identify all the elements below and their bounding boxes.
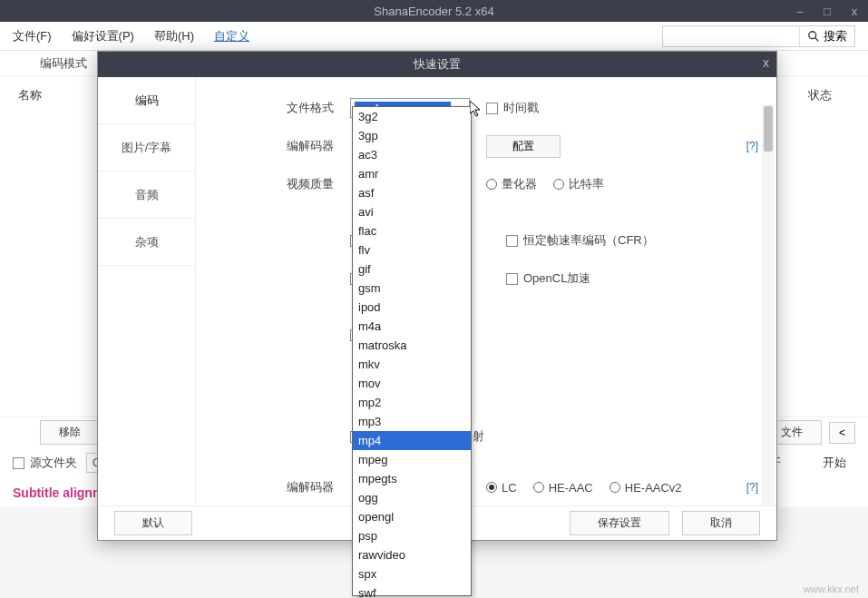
dropdown-item[interactable]: matroska [353,336,471,355]
menu-help[interactable]: 帮助(H) [154,28,194,44]
search-box: 搜索 [662,25,855,47]
window-controls: – □ x [786,0,868,22]
heaac-label: HE-AAC [549,481,593,495]
dropdown-item[interactable]: mp2 [353,393,471,412]
tab-misc[interactable]: 杂项 [98,219,195,266]
dropdown-item[interactable]: mpeg [353,450,471,469]
radio-icon [486,179,497,190]
dialog-content: 文件格式 mp4 ⌄ 时间戳 编解码器 配置 [?] [196,77,776,505]
cfr-label: 恒定帧速率编码（CFR） [523,232,654,249]
dropdown-item[interactable]: flac [353,221,471,240]
svg-line-1 [815,37,819,41]
dropdown-item[interactable]: asf [353,183,471,202]
watermark-url: www.kkx.net [804,583,859,594]
default-button[interactable]: 默认 [114,511,192,535]
radio-lc[interactable]: LC [486,481,517,495]
dropdown-item[interactable]: flv [353,240,471,260]
quantizer-label: 量化器 [502,176,537,192]
radio-bitrate[interactable]: 比特率 [553,176,604,192]
dropdown-item[interactable]: mov [353,374,471,393]
dropdown-item[interactable]: rawvideo [353,545,471,564]
maximize-button[interactable]: □ [814,0,841,22]
window-title: ShanaEncoder 5.2 x64 [374,5,493,18]
search-input[interactable] [663,30,799,43]
dropdown-item[interactable]: gif [353,260,471,279]
dialog-titlebar: 快速设置 x [98,52,776,77]
dropdown-item[interactable]: 3gp [353,126,471,145]
help-link[interactable]: [?] [746,481,758,494]
dialog-sidebar: 编码 图片/字幕 音频 杂项 [98,77,196,505]
checkbox-icon [486,103,498,114]
radio-heaacv2[interactable]: HE-AACv2 [610,481,682,495]
dropdown-item[interactable]: spx [353,564,471,583]
dropdown-item[interactable]: opengl [353,507,471,526]
dialog-close-button[interactable]: x [763,55,769,70]
menu-bar: 文件(F) 偏好设置(P) 帮助(H) 自定义 搜索 [0,22,868,51]
dropdown-item[interactable]: mp3 [353,412,471,431]
radio-icon [553,179,564,190]
menu-file[interactable]: 文件(F) [13,28,52,44]
svg-point-0 [809,31,816,38]
dropdown-item[interactable]: swf [353,583,471,598]
column-header-status[interactable]: 状态 [808,87,832,103]
source-folder-label: 源文件夹 [30,455,77,471]
search-button[interactable]: 搜索 [799,26,854,46]
tab-encode[interactable]: 编码 [98,77,195,124]
tab-audio[interactable]: 音频 [98,172,195,219]
dialog-title-text: 快速设置 [414,56,461,73]
dropdown-item[interactable]: ogg [353,488,471,507]
source-folder-checkbox[interactable]: 源文件夹 [13,455,77,471]
close-button[interactable]: x [841,0,868,22]
dropdown-item[interactable]: avi [353,202,471,221]
search-label: 搜索 [824,28,847,44]
label-codec: 编解码器 [214,138,350,154]
minimize-button[interactable]: – [786,0,814,22]
label-file-format: 文件格式 [214,100,350,116]
file-format-dropdown[interactable]: 3g23gpac3amrasfaviflacflvgifgsmipodm4ama… [352,106,472,596]
checkbox-icon [506,235,518,247]
encode-mode-label: 编码模式 [40,55,87,72]
scrollbar-thumb[interactable] [764,106,773,152]
opencl-label: OpenCL加速 [523,270,590,287]
radio-icon [486,482,497,493]
start-button[interactable]: 开始 [814,451,855,475]
search-icon [807,30,820,43]
watermark: www.kkx.net [804,583,859,594]
checkbox-icon [506,273,518,285]
cfr-checkbox[interactable]: 恒定帧速率编码（CFR） [506,232,654,249]
collapse-button[interactable]: < [829,422,855,444]
dropdown-item[interactable]: ipod [353,298,471,317]
dropdown-item[interactable]: m4a [353,317,471,336]
bitrate-label: 比特率 [569,176,604,192]
title-bar: ShanaEncoder 5.2 x64 – □ x [0,0,868,22]
column-header-name[interactable]: 名称 [18,87,42,103]
dropdown-item[interactable]: mpegts [353,469,471,488]
dropdown-item[interactable]: mp4 [353,431,471,450]
radio-icon [610,482,620,493]
label-audio-codec: 编解码器 [214,479,350,495]
tab-picture-subtitle[interactable]: 图片/字幕 [98,124,195,172]
menu-preferences[interactable]: 偏好设置(P) [72,28,134,44]
heaacv2-label: HE-AACv2 [625,481,682,495]
dropdown-item[interactable]: amr [353,164,471,183]
radio-quantizer[interactable]: 量化器 [486,176,537,192]
remove-button[interactable]: 移除 [40,420,100,445]
help-link[interactable]: [?] [746,140,758,152]
dropdown-item[interactable]: gsm [353,279,471,298]
checkbox-icon [13,457,24,469]
opencl-checkbox[interactable]: OpenCL加速 [506,270,590,287]
timestamp-label: 时间戳 [503,100,539,116]
save-settings-button[interactable]: 保存设置 [570,511,669,535]
dropdown-item[interactable]: 3g2 [353,107,471,126]
cancel-button[interactable]: 取消 [682,511,760,535]
dialog-scrollbar[interactable] [762,104,775,505]
dropdown-item[interactable]: mkv [353,355,471,374]
timestamp-checkbox[interactable]: 时间戳 [486,100,539,116]
codec-config-button[interactable]: 配置 [486,135,561,158]
radio-heaac[interactable]: HE-AAC [533,481,593,495]
radio-icon [533,482,544,493]
dropdown-item[interactable]: psp [353,526,471,545]
dropdown-item[interactable]: ac3 [353,145,471,164]
label-video-quality: 视频质量 [214,176,350,192]
menu-custom[interactable]: 自定义 [214,28,249,44]
